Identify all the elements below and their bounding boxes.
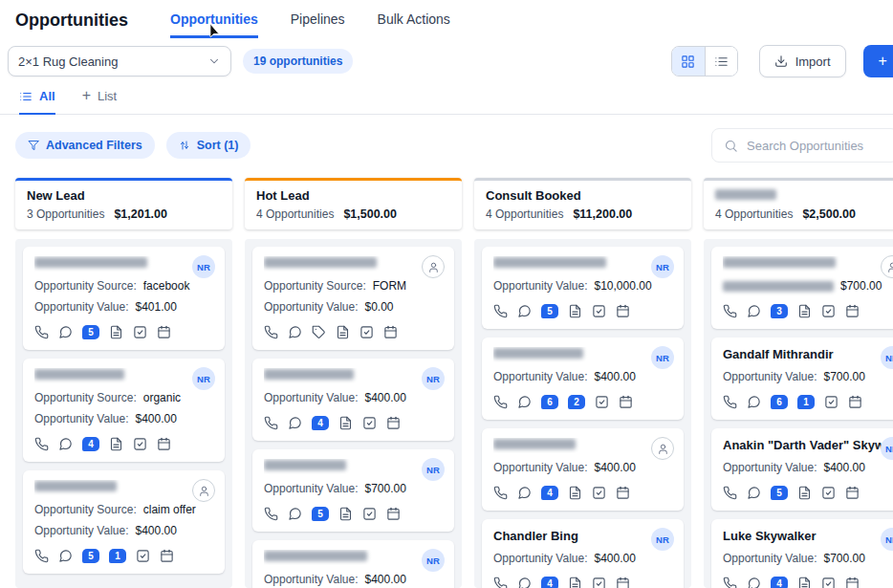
grid-view-button[interactable] bbox=[672, 47, 705, 76]
sort-button[interactable]: Sort (1) bbox=[166, 132, 251, 159]
calendar-icon[interactable] bbox=[616, 304, 630, 318]
chat-icon[interactable] bbox=[517, 486, 532, 500]
opportunity-card[interactable]: Opportunity Source:FORMOpportunity Value… bbox=[252, 247, 454, 350]
phone-icon[interactable] bbox=[34, 437, 49, 451]
notification-count-badge[interactable]: 4 bbox=[541, 577, 558, 588]
contact-person-icon[interactable] bbox=[422, 255, 445, 278]
file-icon[interactable] bbox=[338, 416, 353, 430]
advanced-filters-button[interactable]: Advanced Filters bbox=[15, 132, 155, 159]
chat-icon[interactable] bbox=[288, 416, 302, 430]
phone-icon[interactable] bbox=[264, 325, 278, 339]
file-icon[interactable] bbox=[797, 304, 812, 318]
contact-avatar[interactable]: NR bbox=[651, 528, 674, 551]
check-icon[interactable] bbox=[136, 549, 150, 563]
notification-count-badge[interactable]: 4 bbox=[82, 437, 99, 451]
file-icon[interactable] bbox=[797, 486, 812, 500]
file-icon[interactable] bbox=[797, 577, 812, 588]
contact-avatar[interactable]: NR bbox=[651, 255, 674, 278]
phone-icon[interactable] bbox=[723, 577, 737, 588]
opportunity-card[interactable]: Chandler BingNROpportunity Value:$400.00… bbox=[482, 519, 684, 588]
stage-header-stage-4[interactable]: 4 Opportunities$2,500.00 bbox=[704, 178, 893, 229]
phone-icon[interactable] bbox=[264, 416, 278, 430]
phone-icon[interactable] bbox=[493, 304, 508, 318]
phone-icon[interactable] bbox=[493, 395, 508, 409]
notification-count-badge[interactable]: 2 bbox=[568, 395, 585, 409]
contact-avatar[interactable]: NR bbox=[881, 528, 893, 551]
chat-icon[interactable] bbox=[517, 395, 532, 409]
tab-all[interactable]: All bbox=[19, 89, 55, 115]
check-icon[interactable] bbox=[362, 416, 377, 430]
file-icon[interactable] bbox=[568, 486, 582, 500]
check-icon[interactable] bbox=[824, 395, 839, 409]
phone-icon[interactable] bbox=[264, 507, 278, 521]
chat-icon[interactable] bbox=[58, 437, 73, 451]
chat-icon[interactable] bbox=[517, 304, 532, 318]
calendar-icon[interactable] bbox=[157, 437, 171, 451]
notification-count-badge[interactable]: 4 bbox=[771, 577, 788, 588]
pipeline-select[interactable]: 2×1 Rug Cleaning bbox=[8, 46, 231, 76]
phone-icon[interactable] bbox=[34, 325, 49, 339]
contact-person-icon[interactable] bbox=[881, 255, 893, 278]
calendar-icon[interactable] bbox=[386, 507, 401, 521]
check-icon[interactable] bbox=[362, 507, 377, 521]
notification-count-badge[interactable]: 3 bbox=[771, 304, 788, 318]
phone-icon[interactable] bbox=[723, 395, 737, 409]
notification-count-badge[interactable]: 5 bbox=[312, 507, 329, 521]
check-icon[interactable] bbox=[821, 577, 836, 588]
opportunity-card[interactable]: NROpportunity Source:facebookOpportunity… bbox=[23, 247, 225, 350]
contact-avatar[interactable]: NR bbox=[422, 549, 445, 572]
phone-icon[interactable] bbox=[34, 549, 49, 563]
add-opportunity-button[interactable]: + Add bbox=[863, 45, 893, 77]
notification-count-badge[interactable]: 6 bbox=[541, 395, 558, 409]
file-icon[interactable] bbox=[338, 507, 353, 521]
phone-icon[interactable] bbox=[493, 486, 508, 500]
chat-icon[interactable] bbox=[747, 577, 761, 588]
notification-count-badge[interactable]: 4 bbox=[541, 486, 558, 500]
stage-header-new-lead[interactable]: New Lead3 Opportunities$1,201.00 bbox=[15, 178, 232, 229]
phone-icon[interactable] bbox=[723, 304, 737, 318]
chat-icon[interactable] bbox=[747, 304, 761, 318]
phone-icon[interactable] bbox=[723, 486, 737, 500]
tag-icon[interactable] bbox=[312, 325, 326, 339]
add-list-button[interactable]: + List bbox=[82, 88, 118, 115]
chat-icon[interactable] bbox=[58, 549, 73, 563]
contact-avatar[interactable]: NR bbox=[651, 346, 674, 369]
calendar-icon[interactable] bbox=[160, 549, 174, 563]
opportunity-card[interactable]: Luke SkywalkerNROpportunity Value:$700.0… bbox=[711, 519, 893, 588]
opportunity-card[interactable]: Anakin "Darth Vader" SkywalkerNROpportun… bbox=[711, 428, 893, 511]
contact-avatar[interactable]: NR bbox=[192, 367, 215, 390]
tab-bulk-actions[interactable]: Bulk Actions bbox=[378, 11, 450, 38]
opportunity-card[interactable]: NROpportunity Value:$700.005 bbox=[252, 449, 454, 532]
opportunity-card[interactable]: Opportunity Value:$400.004 bbox=[482, 428, 684, 511]
notification-count-badge[interactable]: 1 bbox=[109, 549, 126, 563]
check-icon[interactable] bbox=[592, 486, 606, 500]
calendar-icon[interactable] bbox=[845, 577, 860, 588]
chat-icon[interactable] bbox=[288, 507, 302, 521]
search-input[interactable] bbox=[747, 139, 886, 153]
check-icon[interactable] bbox=[821, 486, 836, 500]
calendar-icon[interactable] bbox=[383, 325, 398, 339]
opportunity-card[interactable]: NROpportunity Value:$400.004 bbox=[252, 540, 454, 588]
file-icon[interactable] bbox=[568, 577, 582, 588]
contact-avatar[interactable]: NR bbox=[881, 437, 893, 460]
calendar-icon[interactable] bbox=[157, 325, 171, 339]
contact-person-icon[interactable] bbox=[651, 437, 674, 460]
calendar-icon[interactable] bbox=[616, 486, 630, 500]
file-icon[interactable] bbox=[109, 325, 123, 339]
opportunity-card[interactable]: Gandalf MithrandirNROpportunity Value:$7… bbox=[711, 338, 893, 420]
chat-icon[interactable] bbox=[747, 395, 761, 409]
calendar-icon[interactable] bbox=[616, 577, 630, 588]
opportunity-card[interactable]: NROpportunity Value:$10,000.005 bbox=[482, 247, 684, 329]
notification-count-badge[interactable]: 4 bbox=[312, 416, 329, 430]
import-button[interactable]: Import bbox=[759, 45, 846, 77]
chat-icon[interactable] bbox=[58, 325, 73, 339]
opportunity-card[interactable]: NROpportunity Value:$400.0062 bbox=[482, 338, 684, 420]
calendar-icon[interactable] bbox=[845, 304, 860, 318]
file-icon[interactable] bbox=[568, 304, 582, 318]
check-icon[interactable] bbox=[595, 395, 609, 409]
notification-count-badge[interactable]: 5 bbox=[82, 325, 99, 339]
stage-header-hot-lead[interactable]: Hot Lead4 Opportunities$1,500.00 bbox=[245, 178, 462, 229]
chat-icon[interactable] bbox=[517, 577, 532, 588]
check-icon[interactable] bbox=[133, 437, 147, 451]
calendar-icon[interactable] bbox=[386, 416, 401, 430]
